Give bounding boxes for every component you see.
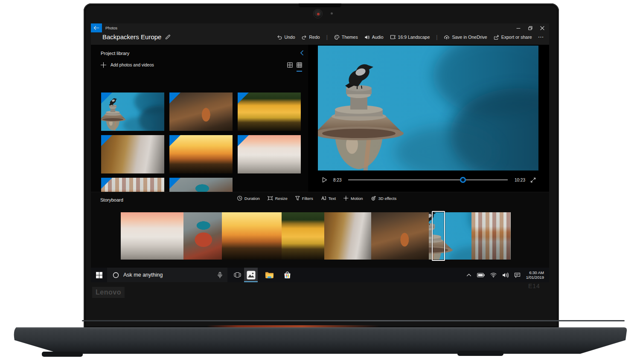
thumbnail-yellow-van[interactable] [238,92,301,131]
thumbnail-santorini[interactable] [238,135,301,173]
playhead-selection[interactable] [432,211,445,261]
photo-autumn-house [169,92,233,131]
minimize-button[interactable] [512,23,524,32]
windows-taskbar: 6:30 AM 1/01/2019 [91,268,549,282]
onedrive-cloud-icon [444,35,450,40]
3d-effects-button[interactable]: 3D effects [371,196,397,201]
maximize-button[interactable] [524,23,536,32]
audio-label: Audio [372,35,384,40]
save-onedrive-button[interactable]: Save in OneDrive [444,35,487,40]
photo-yellow-van [238,92,301,131]
preview-frame-bird-on-lamp [318,46,538,170]
photo-boy-cap [169,178,233,192]
photos-app-icon [247,271,256,280]
clip-photo [471,212,511,260]
motion-label: Motion [351,196,363,201]
search-input[interactable] [123,272,212,278]
redo-button[interactable]: Redo [302,35,320,40]
video-preview[interactable] [318,46,538,170]
3d-effects-label: 3D effects [378,196,397,201]
elapsed-time: 8:23 [333,178,341,182]
audio-button[interactable]: Audio [364,35,384,40]
photo-harbor [101,178,164,192]
export-share-button[interactable]: Export or share [494,35,532,40]
start-button[interactable] [91,268,107,282]
clip-backpackers-sunset[interactable] [222,212,282,260]
microphone-icon[interactable] [218,272,222,278]
file-explorer-button[interactable] [262,268,276,282]
clip-santorini[interactable] [121,212,183,260]
clip-boy-cap[interactable] [183,212,222,260]
taskbar-clock[interactable]: 6:30 AM 1/01/2019 [526,270,544,280]
laptop-base [9,326,631,364]
tray-chevron-icon[interactable] [466,273,471,277]
resize-button[interactable]: Resize [268,196,288,201]
filters-button[interactable]: Filters [295,196,313,201]
filters-label: Filters [302,196,313,201]
fullscreen-icon[interactable] [530,177,536,183]
volume-icon[interactable] [502,272,509,278]
text-button[interactable]: Text [321,196,336,201]
duration-button[interactable]: Duration [237,196,260,201]
thumbnail-bird-on-lamp[interactable] [101,92,164,131]
seek-track[interactable] [348,179,508,180]
store-button[interactable] [280,268,294,282]
thumbnail-boy-cap[interactable] [169,178,233,192]
themes-palette-icon [334,35,340,40]
undo-button[interactable]: Undo [276,35,295,40]
thumbnail-autumn-house[interactable] [169,92,233,131]
redo-icon [302,35,307,40]
aspect-ratio-button[interactable]: 16:9 Landscape [390,35,430,40]
3d-effects-icon [371,196,376,201]
total-duration: 10:23 [515,178,525,182]
clip-photo [183,212,222,260]
large-grid-view-icon[interactable] [287,62,293,72]
themes-button[interactable]: Themes [334,35,358,40]
clip-yellow-van[interactable] [282,212,324,260]
file-explorer-icon [265,272,274,279]
seek-thumb[interactable] [460,177,466,183]
action-center-icon[interactable] [514,272,521,278]
search-box[interactable] [107,268,227,282]
task-view-button[interactable] [230,268,244,282]
undo-label: Undo [284,35,295,40]
clip-photo [371,212,429,260]
clock-date: 1/01/2019 [526,275,544,280]
audio-speaker-icon [364,35,370,40]
small-grid-view-icon[interactable] [297,62,302,72]
app-titlebar: Photos Backpackers Europe Undo Redo [91,23,549,45]
add-photos-button[interactable]: Add photos and videos [101,62,154,68]
more-options-button[interactable]: ··· [538,35,544,40]
clip-autumn-house[interactable] [371,212,429,260]
motion-icon [343,196,349,201]
themes-label: Themes [342,35,358,40]
photo-hitchhiker [101,135,164,173]
resize-icon [268,196,273,201]
clip-harbor-houses[interactable] [471,212,511,260]
edit-pencil-icon[interactable] [165,34,171,40]
thumbnail-hitchhiker[interactable] [101,135,164,173]
close-button[interactable] [536,23,548,32]
battery-icon[interactable] [477,273,485,277]
thumbnail-harbor-houses[interactable] [101,178,164,192]
clip-hitchhiker[interactable] [324,212,371,260]
collapse-panel-chevron-icon[interactable] [300,50,304,58]
back-button[interactable] [91,23,102,32]
text-label: Text [329,196,336,201]
webcam [313,9,323,18]
aspect-ratio-label: 16:9 Landscape [398,35,430,40]
thumbnail-backpackers-sunset[interactable] [169,135,233,173]
motion-button[interactable]: Motion [343,196,363,201]
clip-photo [282,212,324,260]
seek-bar[interactable] [348,177,508,183]
text-icon [321,196,326,201]
library-title: Project library [101,51,129,56]
play-button[interactable] [322,177,327,183]
wifi-icon[interactable] [490,272,497,277]
brand-logo: Lenovo [92,287,125,298]
photo-backpackers [169,135,233,173]
project-title-text: Backpackers Europe [102,33,161,40]
resize-label: Resize [275,196,288,201]
export-share-label: Export or share [501,35,532,40]
photos-app-button[interactable] [244,268,258,282]
